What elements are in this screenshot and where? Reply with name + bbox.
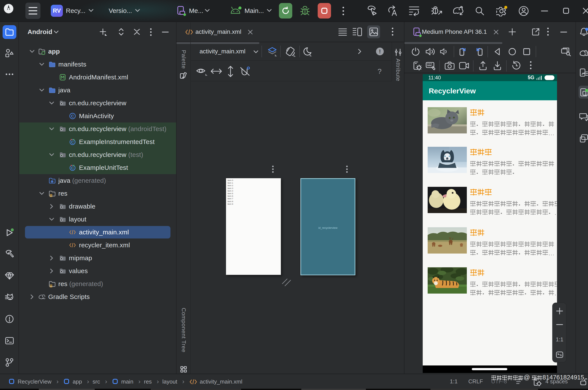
svg-text:C: C bbox=[71, 166, 74, 170]
svg-text:C: C bbox=[71, 114, 74, 118]
svg-text:C: C bbox=[71, 140, 74, 145]
